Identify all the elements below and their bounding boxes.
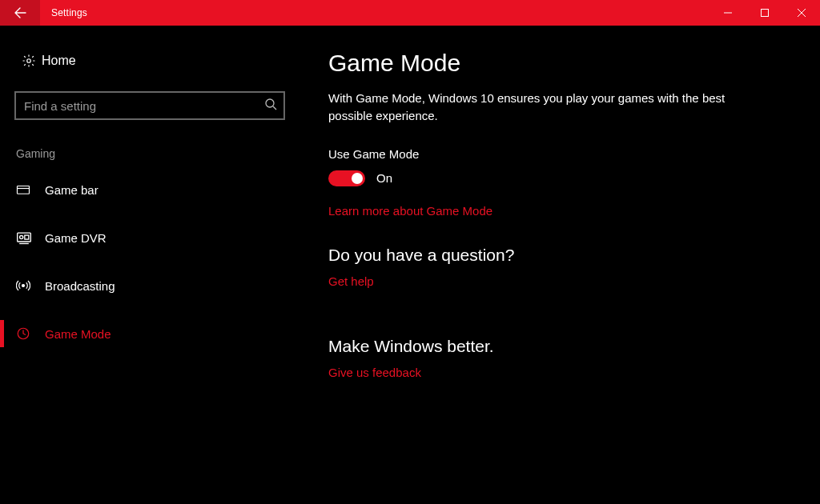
improve-heading: Make Windows better. [328, 337, 796, 356]
minimize-icon [723, 8, 733, 18]
search-input[interactable] [14, 91, 285, 120]
content-area: Home Gaming Game bar [0, 26, 820, 504]
svg-rect-5 [18, 186, 30, 194]
page-description: With Game Mode, Windows 10 ensures you p… [328, 90, 745, 125]
close-icon [797, 8, 806, 18]
arrow-left-icon [14, 6, 26, 19]
sidebar-item-game-dvr[interactable]: Game DVR [14, 219, 288, 256]
maximize-button[interactable] [746, 0, 783, 26]
game-mode-toggle[interactable] [328, 170, 365, 186]
sidebar-item-label: Game Mode [45, 327, 111, 341]
sidebar-item-broadcasting[interactable]: Broadcasting [14, 267, 288, 304]
svg-line-4 [273, 106, 276, 110]
maximize-icon [760, 8, 770, 18]
game-bar-icon [16, 182, 45, 197]
learn-more-link[interactable]: Learn more about Game Mode [328, 204, 492, 218]
back-button[interactable] [0, 0, 40, 26]
minimize-button[interactable] [709, 0, 746, 26]
svg-point-8 [20, 236, 23, 239]
svg-point-3 [266, 99, 274, 107]
broadcasting-icon [16, 278, 45, 293]
sidebar-item-label: Broadcasting [45, 279, 115, 293]
sidebar-item-label: Game bar [45, 183, 98, 197]
game-mode-icon [16, 326, 45, 341]
sidebar-item-game-mode[interactable]: Game Mode [14, 315, 288, 352]
title-bar: Settings [0, 0, 820, 26]
svg-point-2 [27, 59, 31, 63]
page-title: Game Mode [328, 50, 796, 77]
gear-icon [16, 54, 42, 68]
sidebar-item-label: Game DVR [45, 231, 107, 245]
category-label: Gaming [14, 147, 288, 160]
search-icon [264, 98, 277, 114]
home-button[interactable]: Home [14, 45, 288, 77]
close-button[interactable] [783, 0, 820, 26]
home-label: Home [42, 54, 76, 68]
question-heading: Do you have a question? [328, 246, 796, 265]
sidebar-item-game-bar[interactable]: Game bar [14, 171, 288, 208]
sidebar: Home Gaming Game bar [0, 26, 296, 504]
svg-point-10 [22, 285, 25, 287]
toggle-label: Use Game Mode [328, 147, 796, 161]
feedback-link[interactable]: Give us feedback [328, 366, 421, 379]
main-panel: Game Mode With Game Mode, Windows 10 ens… [296, 26, 820, 504]
toggle-knob [352, 173, 363, 184]
game-dvr-icon [16, 230, 45, 245]
svg-rect-9 [25, 235, 29, 239]
svg-rect-1 [762, 10, 769, 17]
get-help-link[interactable]: Get help [328, 274, 374, 288]
window-title: Settings [40, 7, 87, 18]
search-field[interactable] [14, 91, 285, 120]
toggle-state: On [376, 171, 392, 185]
